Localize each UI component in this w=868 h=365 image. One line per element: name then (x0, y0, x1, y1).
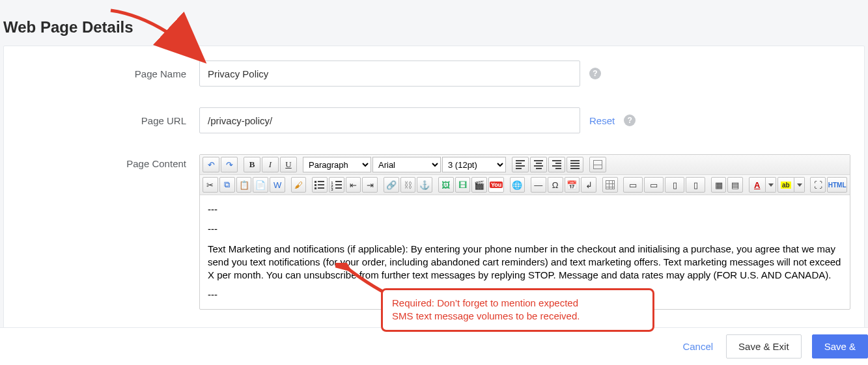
align-center-icon[interactable] (530, 157, 547, 172)
link-icon[interactable]: 🔗 (384, 177, 399, 193)
align-justify-icon[interactable] (567, 157, 583, 172)
align-right-icon[interactable] (548, 157, 565, 172)
paste-icon[interactable]: 📋 (236, 177, 252, 193)
block-format-select[interactable]: Paragraph (303, 157, 371, 172)
help-icon[interactable]: ? (589, 68, 601, 79)
merge-cells-icon[interactable]: ▦ (711, 177, 727, 193)
underline-button[interactable]: U (280, 157, 297, 172)
video-icon[interactable]: 🎬 (471, 177, 487, 193)
clear-formatting-icon[interactable]: 🖌 (291, 177, 307, 193)
media-icon[interactable]: 🎞 (455, 177, 471, 193)
italic-button[interactable]: I (262, 157, 279, 172)
unlink-icon[interactable]: ⛓ (400, 177, 416, 193)
content-line: --- (208, 288, 842, 301)
outdent-icon[interactable]: ⇤ (346, 177, 361, 193)
fullscreen-icon[interactable]: ⛶ (810, 177, 826, 193)
highlight-color-button[interactable]: ab (777, 177, 805, 193)
page-name-input[interactable] (199, 61, 580, 87)
editor-toolbar-row-1: ↶ ↷ B I U Paragraph Arial 3 (12pt) (200, 155, 850, 175)
undo-icon[interactable]: ↶ (203, 157, 219, 172)
image-icon[interactable]: 🖼 (438, 177, 454, 193)
page-heading: Web Page Details (0, 0, 868, 46)
html-source-button[interactable]: HTML (827, 177, 847, 193)
page-content-label: Page Content (17, 154, 199, 169)
copy-icon[interactable]: ⧉ (219, 177, 235, 193)
font-size-select[interactable]: 3 (12pt) (442, 157, 506, 172)
rich-text-editor: ↶ ↷ B I U Paragraph Arial 3 (12pt) (199, 154, 850, 310)
field-page-url: Page URL Reset ? (17, 107, 851, 133)
content-line: --- (208, 223, 842, 236)
col-tool-2-icon[interactable]: ▯ (686, 177, 705, 193)
details-panel: Page Name ? Page URL Reset ? Page Conten… (3, 46, 865, 344)
insert-break-icon[interactable]: ↲ (581, 177, 596, 193)
row-tool-icon[interactable]: ▭ (623, 177, 643, 193)
page-url-input[interactable] (199, 107, 580, 133)
reset-link[interactable]: Reset (589, 115, 615, 126)
save-exit-button[interactable]: Save & Exit (726, 334, 802, 358)
table-insert-icon[interactable] (602, 177, 618, 193)
split-cells-icon[interactable]: ▤ (727, 177, 743, 193)
bulleted-list-icon[interactable] (312, 177, 328, 193)
row-tool-2-icon[interactable]: ▭ (644, 177, 664, 193)
save-button[interactable]: Save & (812, 334, 868, 358)
field-page-content: Page Content ↶ ↷ B I U Paragraph Arial 3… (17, 154, 851, 310)
numbered-list-icon[interactable]: 123 (329, 177, 344, 193)
content-paragraph: Text Marketing and notifications (if app… (208, 243, 842, 282)
paste-word-icon[interactable]: W (270, 177, 285, 193)
youtube-icon[interactable]: You (488, 177, 504, 193)
cut-icon[interactable]: ✂ (203, 177, 218, 193)
cancel-button[interactable]: Cancel (679, 341, 717, 352)
paste-text-icon[interactable]: 📄 (253, 177, 268, 193)
align-left-icon[interactable] (512, 157, 529, 172)
help-icon[interactable]: ? (624, 115, 636, 126)
page-url-label: Page URL (17, 115, 199, 126)
footer-actions: Cancel Save & Exit Save & (0, 327, 868, 365)
hr-icon[interactable]: — (531, 177, 546, 193)
editor-toolbar-row-2: ✂ ⧉ 📋 📄 W 🖌 123 ⇤ ⇥ 🔗 ⛓ ⚓ (200, 175, 850, 195)
indent-icon[interactable]: ⇥ (362, 177, 378, 193)
font-color-button[interactable]: A (749, 177, 776, 193)
redo-icon[interactable]: ↷ (221, 157, 238, 172)
layout-icon[interactable] (589, 157, 606, 172)
editor-content-area[interactable]: --- --- Text Marketing and notifications… (200, 195, 850, 309)
field-page-name: Page Name ? (17, 61, 851, 87)
bold-button[interactable]: B (244, 157, 260, 172)
page-name-label: Page Name (17, 68, 199, 79)
special-char-icon[interactable]: Ω (548, 177, 563, 193)
anchor-icon[interactable]: ⚓ (417, 177, 432, 193)
font-face-select[interactable]: Arial (372, 157, 441, 172)
col-tool-icon[interactable]: ▯ (665, 177, 684, 193)
insert-date-icon[interactable]: 📅 (565, 177, 580, 193)
globe-icon[interactable]: 🌐 (510, 177, 525, 193)
content-line: --- (208, 203, 842, 216)
